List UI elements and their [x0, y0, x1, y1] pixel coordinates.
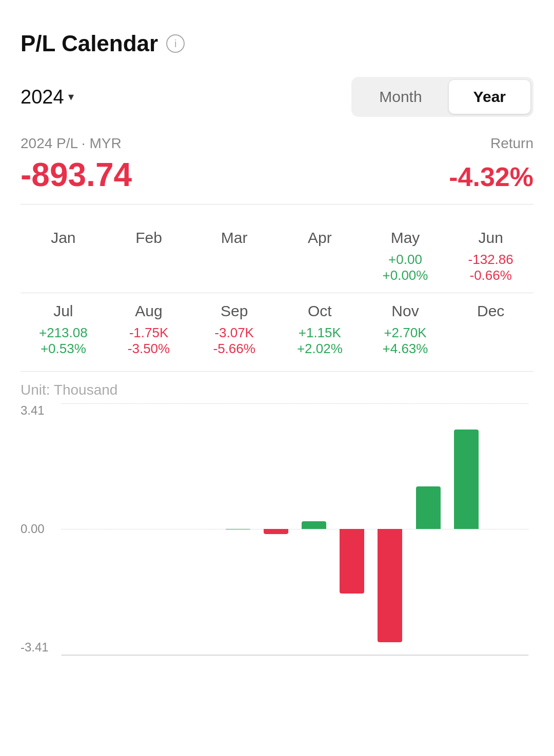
- bar-nov: [447, 403, 485, 655]
- dropdown-arrow-icon: ▾: [68, 90, 74, 104]
- month-cell-aug[interactable]: Aug -1.75K -3.50%: [106, 293, 192, 366]
- chart-area: 3.41 0.00 -3.41: [21, 403, 533, 670]
- month-name-may: May: [367, 229, 444, 247]
- month-cell-nov[interactable]: Nov +2.70K +4.63%: [363, 293, 448, 366]
- month-name-nov: Nov: [367, 302, 444, 320]
- bar-oct: [409, 403, 447, 655]
- title-text: P/L Calendar: [21, 31, 158, 56]
- month-cell-oct[interactable]: Oct +1.15K +2.02%: [277, 293, 363, 366]
- month-name-oct: Oct: [281, 302, 359, 320]
- chart-unit-label: Unit: Thousand: [21, 382, 533, 398]
- month-pl-jul: +213.08: [25, 325, 102, 341]
- page-title: P/L Calendar i: [21, 31, 533, 56]
- bar-feb: [105, 403, 143, 655]
- month-pct-may: +0.00%: [367, 268, 444, 283]
- month-pl-oct: +1.15K: [281, 325, 359, 341]
- year-value: 2024: [21, 86, 64, 108]
- month-cell-jul[interactable]: Jul +213.08 +0.53%: [21, 293, 106, 366]
- y-label-mid: 0.00: [21, 522, 56, 536]
- months-grid-row1: Jan Feb Mar Apr May +0.00 +0.00% Jun -13…: [21, 220, 533, 366]
- year-selector[interactable]: 2024 ▾: [21, 86, 74, 108]
- month-cell-sep[interactable]: Sep -3.07K -5.66%: [191, 293, 277, 366]
- month-name-feb: Feb: [110, 229, 188, 247]
- bar-apr: [181, 403, 219, 655]
- month-cell-jan[interactable]: Jan: [21, 220, 106, 293]
- month-cell-dec[interactable]: Dec: [448, 293, 533, 366]
- month-pct-oct: +2.02%: [281, 341, 359, 357]
- bar-positive-nov: [454, 430, 479, 529]
- chart-inner: [62, 403, 528, 655]
- bars-container: [62, 403, 528, 655]
- month-cell-apr[interactable]: Apr: [277, 220, 363, 293]
- info-icon[interactable]: i: [166, 34, 185, 53]
- view-toggle-group: Month Year: [351, 77, 533, 117]
- bar-jun: [257, 403, 295, 655]
- month-pct-jun: -0.66%: [452, 268, 529, 283]
- return-label: Return: [490, 135, 533, 152]
- bar-sep: [371, 403, 409, 655]
- y-label-top: 3.41: [21, 403, 56, 418]
- chart-y-labels: 3.41 0.00 -3.41: [21, 403, 56, 670]
- month-pct-sep: -5.66%: [195, 341, 273, 357]
- month-pct-jul: +0.53%: [25, 341, 102, 357]
- bar-jan: [67, 403, 105, 655]
- bar-mar: [143, 403, 181, 655]
- month-cell-jun[interactable]: Jun -132.86 -0.66%: [448, 220, 533, 293]
- month-name-jul: Jul: [25, 302, 102, 320]
- chart-section-divider: [21, 371, 533, 372]
- summary-label: 2024 P/L · MYR: [21, 135, 122, 152]
- month-pl-aug: -1.75K: [110, 325, 188, 341]
- month-name-aug: Aug: [110, 302, 188, 320]
- month-cell-may[interactable]: May +0.00 +0.00%: [363, 220, 448, 293]
- summary-section: 2024 P/L · MYR Return -893.74 -4.32%: [21, 135, 533, 205]
- return-value: -4.32%: [449, 161, 533, 192]
- bar-may: [219, 403, 257, 655]
- pl-value: -893.74: [21, 156, 132, 194]
- y-label-bot: -3.41: [21, 640, 56, 655]
- bar-positive-jul: [302, 521, 326, 529]
- month-pl-sep: -3.07K: [195, 325, 273, 341]
- month-pl-may: +0.00: [367, 252, 444, 268]
- month-name-apr: Apr: [281, 229, 359, 247]
- bar-aug: [333, 403, 371, 655]
- month-pl-nov: +2.70K: [367, 325, 444, 341]
- bar-negative-sep: [378, 529, 402, 642]
- month-name-sep: Sep: [195, 302, 273, 320]
- bar-dec: [485, 403, 523, 655]
- bar-jul: [295, 403, 333, 655]
- month-cell-mar[interactable]: Mar: [191, 220, 277, 293]
- chart-bottom-line: [62, 655, 528, 656]
- bar-positive-oct: [416, 486, 441, 529]
- month-pct-aug: -3.50%: [110, 341, 188, 357]
- toggle-month[interactable]: Month: [354, 80, 446, 114]
- month-name-dec: Dec: [452, 302, 529, 320]
- month-cell-feb[interactable]: Feb: [106, 220, 192, 293]
- summary-divider: [21, 204, 533, 205]
- header-row: 2024 ▾ Month Year: [21, 77, 533, 117]
- toggle-year[interactable]: Year: [449, 80, 530, 114]
- month-name-jan: Jan: [25, 229, 102, 247]
- month-pl-jun: -132.86: [452, 252, 529, 268]
- month-pct-nov: +4.63%: [367, 341, 444, 357]
- bar-negative-jun: [264, 529, 288, 534]
- month-name-mar: Mar: [195, 229, 273, 247]
- month-name-jun: Jun: [452, 229, 529, 247]
- bar-negative-aug: [340, 529, 364, 594]
